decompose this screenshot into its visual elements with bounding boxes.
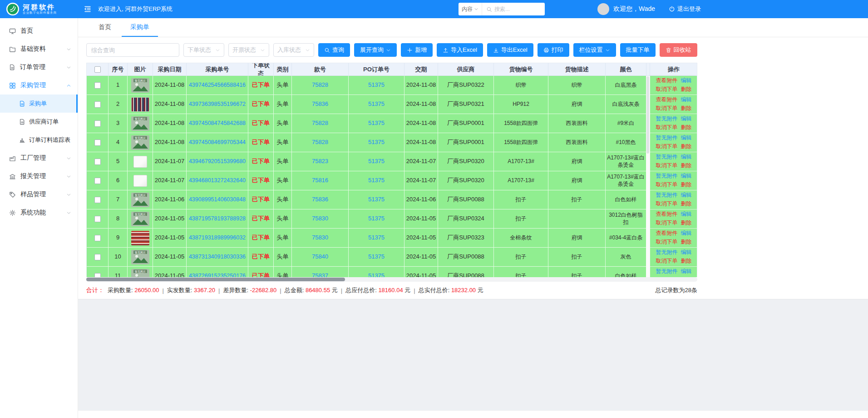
order-number-link[interactable]: 439467920515399680 xyxy=(189,158,246,165)
row-checkbox[interactable] xyxy=(94,235,101,241)
style-number-link[interactable]: 75828 xyxy=(312,139,328,146)
delete-link[interactable]: 删除 xyxy=(681,239,692,246)
view-attachment-link[interactable]: 查看附件 xyxy=(656,77,678,85)
product-thumbnail[interactable]: 暂无图片 xyxy=(131,250,149,264)
print-button[interactable]: 打印 xyxy=(538,43,569,57)
style-number-link[interactable]: 75837 xyxy=(312,272,328,277)
query-button[interactable]: 查询 xyxy=(318,43,350,57)
expand-query-button[interactable]: 展开查询 xyxy=(354,43,397,57)
product-thumbnail[interactable] xyxy=(133,175,147,187)
sidebar-collapse-icon[interactable] xyxy=(84,5,92,13)
edit-link[interactable]: 编辑 xyxy=(681,96,692,104)
order-number-link[interactable]: 438719318989996032 xyxy=(189,234,246,241)
order-number-link[interactable]: 438719578193788928 xyxy=(189,215,246,222)
edit-link[interactable]: 编辑 xyxy=(681,173,692,180)
sidebar-item-order-material-tracking[interactable]: 订单订料追踪表 xyxy=(0,131,78,149)
cancel-order-link[interactable]: 取消下单 xyxy=(656,219,678,227)
sidebar-item-basic-data[interactable]: 基础资料 xyxy=(0,40,78,58)
import-excel-button[interactable]: 导入Excel xyxy=(437,43,483,57)
order-number-link[interactable]: 439745084699705344 xyxy=(189,139,246,146)
cancel-order-link[interactable]: 取消下单 xyxy=(656,162,678,169)
sidebar-item-factory-management[interactable]: 工厂管理 xyxy=(0,149,78,167)
style-number-link[interactable]: 75816 xyxy=(312,177,328,184)
logout-button[interactable]: 退出登录 xyxy=(669,5,701,13)
edit-link[interactable]: 编辑 xyxy=(681,115,692,123)
order-number-link[interactable]: 438731340918030336 xyxy=(189,253,246,260)
edit-link[interactable]: 编辑 xyxy=(681,230,692,237)
vertical-scrollbar-thumb[interactable] xyxy=(646,76,649,154)
edit-link[interactable]: 编辑 xyxy=(681,211,692,218)
order-number-link[interactable]: 439745084745842688 xyxy=(189,119,246,127)
edit-link[interactable]: 编辑 xyxy=(681,268,692,275)
po-number-link[interactable]: 51375 xyxy=(368,119,385,127)
sidebar-item-sample-management[interactable]: 样品管理 xyxy=(0,185,78,204)
po-number-link[interactable]: 51375 xyxy=(368,253,385,261)
delete-link[interactable]: 删除 xyxy=(681,258,692,265)
export-excel-button[interactable]: 导出Excel xyxy=(487,43,533,57)
search-category-select[interactable]: 内容 xyxy=(459,3,482,15)
delete-link[interactable]: 删除 xyxy=(681,162,692,169)
avatar[interactable] xyxy=(597,3,609,15)
style-number-link[interactable]: 75830 xyxy=(312,215,328,223)
cancel-order-link[interactable]: 取消下单 xyxy=(656,258,678,265)
product-thumbnail[interactable]: 暂无图片 xyxy=(131,269,149,278)
po-number-link[interactable]: 51375 xyxy=(368,177,385,184)
style-number-link[interactable]: 75830 xyxy=(312,234,328,242)
view-attachment-link[interactable]: 查看附件 xyxy=(656,230,678,237)
po-number-link[interactable]: 51375 xyxy=(368,158,385,165)
po-number-link[interactable]: 51375 xyxy=(368,196,385,204)
cancel-order-link[interactable]: 取消下单 xyxy=(656,143,678,150)
recycle-bin-button[interactable]: 回收站 xyxy=(660,43,697,57)
delete-link[interactable]: 删除 xyxy=(681,181,692,189)
order-number-link[interactable]: 439468013272432640 xyxy=(189,177,246,184)
cancel-order-link[interactable]: 取消下单 xyxy=(656,200,678,208)
cancel-order-link[interactable]: 取消下单 xyxy=(656,239,678,246)
row-checkbox[interactable] xyxy=(94,178,101,184)
combined-query-input[interactable] xyxy=(86,43,179,57)
po-number-link[interactable]: 51375 xyxy=(368,215,385,223)
product-thumbnail[interactable]: 暂无图片 xyxy=(131,193,149,207)
horizontal-scrollbar-thumb[interactable] xyxy=(86,278,345,281)
product-thumbnail[interactable]: 暂无图片 xyxy=(131,116,149,131)
column-settings-button[interactable]: 栏位设置 xyxy=(573,43,616,57)
row-checkbox[interactable] xyxy=(94,159,101,165)
edit-link[interactable]: 编辑 xyxy=(681,249,692,256)
style-number-link[interactable]: 75828 xyxy=(312,81,328,89)
row-checkbox[interactable] xyxy=(94,197,101,203)
po-number-link[interactable]: 51375 xyxy=(368,234,385,242)
delete-link[interactable]: 删除 xyxy=(681,105,692,112)
sidebar-item-home[interactable]: 首页 xyxy=(0,22,78,40)
delete-link[interactable]: 删除 xyxy=(681,124,692,131)
cancel-order-link[interactable]: 取消下单 xyxy=(656,105,678,112)
row-checkbox[interactable] xyxy=(94,273,101,278)
delete-link[interactable]: 删除 xyxy=(681,143,692,150)
select-all-checkbox[interactable] xyxy=(94,66,101,73)
filter-select-invoice-status[interactable]: 开票状态 xyxy=(228,43,269,57)
po-number-link[interactable]: 51375 xyxy=(368,81,385,89)
horizontal-scrollbar[interactable] xyxy=(86,277,697,282)
edit-link[interactable]: 编辑 xyxy=(681,134,692,142)
no-attachment-link[interactable]: 暂无附件 xyxy=(656,268,678,275)
style-number-link[interactable]: 75828 xyxy=(312,119,328,127)
no-attachment-link[interactable]: 暂无附件 xyxy=(656,134,678,142)
order-number-link[interactable]: 438726915235250176 xyxy=(189,272,246,277)
product-thumbnail[interactable]: 暂无图片 xyxy=(131,135,149,150)
sidebar-item-order-management[interactable]: 订单管理 xyxy=(0,58,78,76)
view-attachment-link[interactable]: 查看附件 xyxy=(656,96,678,104)
row-checkbox[interactable] xyxy=(94,120,101,127)
edit-link[interactable]: 编辑 xyxy=(681,77,692,85)
sidebar-item-purchase-management[interactable]: 采购管理 xyxy=(0,76,78,95)
order-number-link[interactable]: 439736398535196672 xyxy=(189,100,246,108)
style-number-link[interactable]: 75836 xyxy=(312,100,328,108)
style-number-link[interactable]: 75836 xyxy=(312,196,328,204)
po-number-link[interactable]: 51375 xyxy=(368,100,385,108)
cancel-order-link[interactable]: 取消下单 xyxy=(656,124,678,131)
tab-home[interactable]: 首页 xyxy=(90,18,120,37)
sidebar-item-purchase-order[interactable]: 采购单 xyxy=(0,95,78,113)
delete-link[interactable]: 删除 xyxy=(681,200,692,208)
cancel-order-link[interactable]: 取消下单 xyxy=(656,181,678,189)
style-number-link[interactable]: 75840 xyxy=(312,253,328,261)
row-checkbox[interactable] xyxy=(94,139,101,146)
product-thumbnail[interactable]: 暂无图片 xyxy=(131,212,149,226)
sidebar-item-system-functions[interactable]: 系统功能 xyxy=(0,204,78,222)
